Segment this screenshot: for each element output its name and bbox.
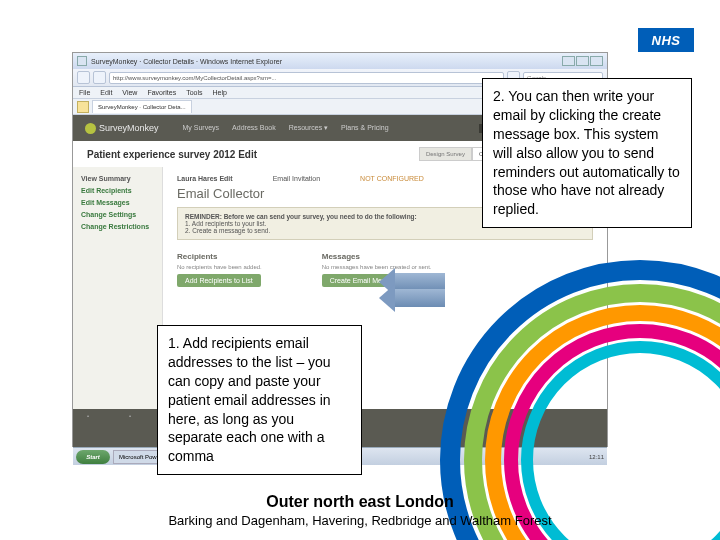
- survey-title: Patient experience survey 2012 Edit: [87, 149, 257, 160]
- arrow-to-messages: [395, 289, 445, 307]
- messages-empty: No messages have been created or sent.: [322, 264, 432, 270]
- nav-address-book[interactable]: Address Book: [232, 124, 276, 132]
- slide-footer: Outer north east London Barking and Dage…: [0, 493, 720, 528]
- start-button[interactable]: Start: [76, 450, 110, 464]
- email-invitation-label: Email Invitation: [273, 175, 320, 182]
- sidebar-heading: View Summary: [81, 175, 154, 182]
- recipients-column: Recipients No recipients have been added…: [177, 252, 262, 287]
- nav-my-surveys[interactable]: My Surveys: [183, 124, 220, 132]
- surveymonkey-logo: SurveyMonkey: [85, 123, 159, 134]
- maximize-icon[interactable]: [576, 56, 589, 66]
- monkey-icon: [85, 123, 96, 134]
- recipients-heading: Recipients: [177, 252, 262, 261]
- window-titlebar: SurveyMonkey · Collector Details · Windo…: [73, 53, 607, 69]
- window-title: SurveyMonkey · Collector Details · Windo…: [91, 58, 282, 65]
- menu-file[interactable]: File: [79, 89, 90, 96]
- tab-design[interactable]: Design Survey: [419, 147, 472, 161]
- collector-sidebar: View Summary Edit Recipients Edit Messag…: [73, 167, 163, 409]
- primary-nav: My Surveys Address Book Resources ▾ Plan…: [183, 124, 389, 132]
- footer-line-2: Barking and Dagenham, Havering, Redbridg…: [0, 513, 720, 528]
- logo-text: SurveyMonkey: [99, 123, 159, 133]
- nhs-logo: NHS: [638, 28, 694, 52]
- url-field[interactable]: http://www.surveymonkey.com/MyCollectorD…: [109, 72, 504, 84]
- window-controls: [562, 56, 603, 66]
- close-icon[interactable]: [590, 56, 603, 66]
- recipients-empty: No recipients have been added.: [177, 264, 262, 270]
- forward-button[interactable]: [93, 71, 106, 84]
- not-configured-label: NOT CONFIGURED: [360, 175, 424, 182]
- callout-step-1: 1. Add recipients email addresses to the…: [157, 325, 362, 475]
- messages-heading: Messages: [322, 252, 432, 261]
- favorites-icon[interactable]: [77, 101, 89, 113]
- page-icon: [77, 56, 87, 66]
- footer-line-1: Outer north east London: [0, 493, 720, 511]
- slide: NHS SurveyMonkey · Collector Details · W…: [0, 0, 720, 540]
- menu-edit[interactable]: Edit: [100, 89, 112, 96]
- sidebar-change-settings[interactable]: Change Settings: [81, 211, 154, 218]
- footer-col: •: [87, 413, 89, 419]
- from-name: Laura Hares Edit: [177, 175, 233, 182]
- browser-tab[interactable]: SurveyMonkey · Collector Deta...: [92, 100, 192, 113]
- footer-col: •: [129, 413, 131, 419]
- reminder-text: REMINDER: Before we can send your survey…: [185, 213, 417, 220]
- sidebar-edit-recipients[interactable]: Edit Recipients: [81, 187, 154, 194]
- back-button[interactable]: [77, 71, 90, 84]
- menu-favorites[interactable]: Favorites: [147, 89, 176, 96]
- nav-plans[interactable]: Plans & Pricing: [341, 124, 388, 132]
- minimize-icon[interactable]: [562, 56, 575, 66]
- callout-step-2: 2. You can then write your email by clic…: [482, 78, 692, 228]
- add-recipients-button[interactable]: Add Recipients to List: [177, 274, 261, 287]
- sidebar-edit-messages[interactable]: Edit Messages: [81, 199, 154, 206]
- sidebar-change-restrictions[interactable]: Change Restrictions: [81, 223, 154, 230]
- menu-tools[interactable]: Tools: [186, 89, 202, 96]
- menu-view[interactable]: View: [122, 89, 137, 96]
- menu-help[interactable]: Help: [213, 89, 227, 96]
- nav-resources[interactable]: Resources ▾: [289, 124, 328, 132]
